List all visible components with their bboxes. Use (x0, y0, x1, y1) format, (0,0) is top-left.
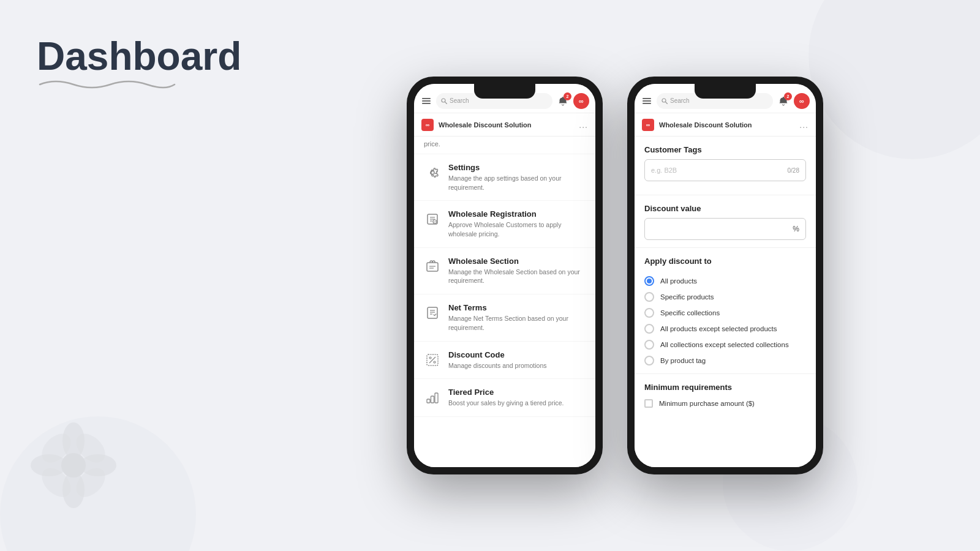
svg-rect-30 (427, 399, 430, 403)
svg-rect-31 (431, 396, 434, 403)
bg-blob-top-right (809, 0, 980, 159)
menu-item-wholesale-sec[interactable]: Wholesale Section Manage the Wholesale S… (414, 248, 595, 294)
menu-item-discount[interactable]: Discount Code Manage discounts and promo… (414, 342, 595, 380)
flower-decoration (24, 416, 123, 514)
svg-rect-32 (435, 393, 438, 403)
svg-point-12 (442, 99, 445, 102)
radio-product-tag[interactable]: By product tag (644, 353, 806, 369)
infinity-btn-left[interactable]: ∞ (573, 93, 589, 109)
notification-icon-left[interactable]: 2 (556, 94, 570, 108)
radio-specific-products-label: Specific products (660, 293, 714, 301)
svg-rect-33 (643, 98, 651, 99)
menu-item-wholesale-reg[interactable]: Wholesale Registration Approve Wholesale… (414, 201, 595, 247)
customer-tags-label: Customer Tags (644, 145, 806, 154)
net-terms-desc: Manage Net Terms Section based on your r… (448, 314, 586, 332)
wholesale-sec-title: Wholesale Section (448, 257, 586, 266)
app-title-left: Wholesale Discount Solution (439, 121, 579, 129)
svg-rect-22 (428, 307, 437, 318)
menu-item-net-terms[interactable]: Net Terms Manage Net Terms Section based… (414, 294, 595, 341)
phone-notch-left (474, 84, 535, 99)
divider-3 (635, 373, 816, 374)
apply-discount-label: Apply discount to (644, 257, 806, 266)
settings-title: Settings (448, 163, 586, 172)
wholesale-reg-desc: Approve Wholesale Customers to apply who… (448, 220, 586, 238)
customer-tags-counter: 0/28 (788, 167, 799, 174)
discount-icon (424, 351, 441, 369)
settings-icon (424, 164, 441, 181)
svg-point-29 (434, 361, 435, 363)
radio-all-except[interactable]: All products except selected products (644, 321, 806, 337)
form-content: Customer Tags e.g. B2B 0/28 Discount val… (635, 137, 816, 467)
app-logo-right: ∞ (642, 119, 654, 131)
app-header-right: ∞ Wholesale Discount Solution ... (635, 113, 816, 137)
svg-rect-10 (422, 100, 431, 102)
menu-item-tiered[interactable]: Tiered Price Boost your sales by giving … (414, 379, 595, 417)
phone-notch-right (695, 84, 756, 99)
infinity-btn-right[interactable]: ∞ (794, 93, 810, 109)
wholesale-reg-text: Wholesale Registration Approve Wholesale… (448, 209, 586, 238)
percent-symbol: % (793, 225, 799, 233)
tiered-desc: Boost your sales by giving a tiered pric… (448, 399, 564, 408)
notification-badge-left: 2 (564, 92, 571, 100)
radio-all-products-inner (647, 279, 652, 283)
radio-specific-collections[interactable]: Specific collections (644, 305, 806, 321)
title-underline (37, 76, 178, 91)
radio-collections-except-label: All collections except selected collecti… (660, 341, 789, 348)
checkbox-min-purchase-box[interactable] (644, 399, 653, 408)
tiered-title: Tiered Price (448, 388, 564, 397)
app-dots-left[interactable]: ... (579, 120, 588, 130)
svg-rect-11 (422, 103, 431, 104)
customer-tags-placeholder: e.g. B2B (651, 167, 677, 174)
hamburger-icon[interactable] (420, 95, 432, 107)
wholesale-reg-title: Wholesale Registration (448, 209, 586, 219)
discount-title: Discount Code (448, 350, 547, 359)
apply-discount-section: Apply discount to All products Specific … (635, 250, 816, 371)
svg-line-13 (445, 102, 447, 104)
radio-all-products-label: All products (660, 277, 697, 285)
app-header-left: ∞ Wholesale Discount Solution ... (414, 113, 595, 137)
tiered-text: Tiered Price Boost your sales by giving … (448, 388, 564, 408)
page-title: Dashboard (37, 37, 241, 76)
notification-icon-right[interactable]: 2 (777, 94, 790, 108)
wholesale-sec-icon (424, 258, 441, 275)
app-title-right: Wholesale Discount Solution (659, 121, 799, 129)
menu-item-settings[interactable]: Settings Manage the app settings based o… (414, 154, 595, 201)
menu-content: price. Settings Manage the app settings … (414, 137, 595, 467)
wholesale-sec-text: Wholesale Section Manage the Wholesale S… (448, 257, 586, 285)
search-placeholder-left: Search (450, 97, 469, 104)
discount-text: Discount Code Manage discounts and promo… (448, 350, 547, 370)
hamburger-icon-right[interactable] (641, 95, 653, 107)
settings-desc: Manage the app settings based on your re… (448, 174, 586, 192)
customer-tags-section: Customer Tags e.g. B2B 0/28 (635, 137, 816, 192)
divider-2 (635, 247, 816, 248)
partial-item: price. (414, 137, 595, 154)
svg-line-37 (666, 102, 668, 104)
discount-value-label: Discount value (644, 204, 806, 213)
radio-specific-products-circle (644, 292, 654, 302)
net-terms-text: Net Terms Manage Net Terms Section based… (448, 303, 586, 332)
topbar-right-left: 2 ∞ (556, 93, 589, 109)
phone-right: Search 2 ∞ ∞ Wholesale Discount Solution… (627, 77, 823, 474)
app-dots-right[interactable]: ... (799, 120, 809, 130)
customer-tags-input[interactable]: e.g. B2B 0/28 (644, 159, 806, 181)
svg-line-27 (429, 357, 435, 363)
radio-collections-except[interactable]: All collections except selected collecti… (644, 337, 806, 353)
radio-all-except-label: All products except selected products (660, 325, 777, 332)
settings-text: Settings Manage the app settings based o… (448, 163, 586, 192)
svg-rect-9 (422, 98, 431, 99)
discount-value-section: Discount value % (635, 198, 816, 245)
checkbox-min-purchase[interactable]: Minimum purchase amount ($) (644, 399, 806, 408)
radio-all-except-circle (644, 324, 654, 334)
radio-all-products[interactable]: All products (644, 273, 806, 289)
phone-left: Search 2 ∞ ∞ Wholesale Discount Solution… (407, 77, 603, 474)
radio-specific-collections-label: Specific collections (660, 309, 720, 317)
radio-specific-collections-circle (644, 308, 654, 318)
svg-point-36 (662, 99, 666, 102)
divider-1 (635, 195, 816, 195)
discount-input-wrapper: % (644, 218, 806, 240)
radio-specific-products[interactable]: Specific products (644, 289, 806, 305)
wholesale-sec-desc: Manage the Wholesale Section based on yo… (448, 268, 586, 285)
discount-value-input[interactable]: % (644, 218, 806, 240)
phone-screen-right: Search 2 ∞ ∞ Wholesale Discount Solution… (635, 84, 816, 467)
net-terms-icon (424, 304, 441, 321)
